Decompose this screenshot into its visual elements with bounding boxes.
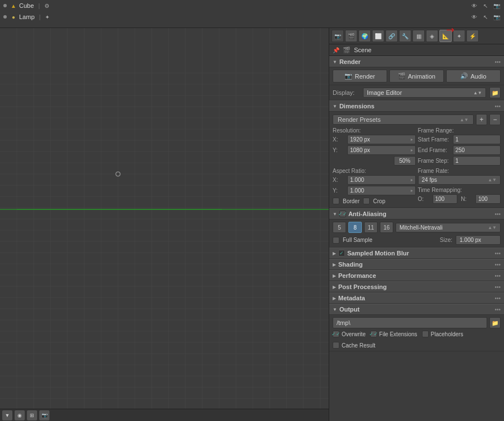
audio-button[interactable]: 🔊 Audio <box>446 70 501 83</box>
grid-svg <box>0 28 329 421</box>
dims-two-col: Resolution: X: 1920 px ▸ Y: 1080 px <box>333 127 501 205</box>
tab-particles[interactable]: ✦ <box>453 30 465 42</box>
start-frame-input[interactable]: 1 <box>453 135 501 144</box>
frame-step-input[interactable]: 1 <box>453 156 501 166</box>
render-presets-dropdown[interactable]: Render Presets ▲▼ <box>333 115 474 125</box>
properties-panel: 📷 🎬 🌍 ⬜ 🔗 🔧 ▦ ◈ 📐 ✦ ⚡ ↗ 📌 🎬 Scene ▼ Re <box>329 28 504 421</box>
tab-constraints[interactable]: 🔗 <box>385 30 398 42</box>
tab-scene[interactable]: 🎬 <box>345 30 357 42</box>
dimensions-section-dots: ••• <box>494 103 501 109</box>
frame-rate-dropdown[interactable]: 24 fps ▲▼ <box>418 175 501 185</box>
crop-checkbox[interactable] <box>363 198 370 204</box>
asp-x-input[interactable]: 1.000 ▸ <box>347 175 416 185</box>
viewport-shading-icon[interactable]: ◉ <box>15 410 25 420</box>
viewport-overlay-icon[interactable]: ⊞ <box>27 410 37 420</box>
shading-section[interactable]: ▶ Shading ••• <box>329 259 504 270</box>
tab-object[interactable]: ⬜ <box>372 30 384 42</box>
output-section-header[interactable]: ▼ Output ••• <box>329 304 504 315</box>
size-value: 1.000 px <box>460 237 481 243</box>
motion-blur-title: Sampled Motion Blur <box>347 250 409 257</box>
res-y-input[interactable]: 1080 px ▸ <box>347 145 416 155</box>
tab-texture[interactable]: 📐 <box>439 30 452 42</box>
scene-icon: 🎬 <box>343 46 351 54</box>
aa-sample-5[interactable]: 5 <box>333 222 346 233</box>
post-processing-title: Post Processing <box>338 283 387 290</box>
post-processing-section[interactable]: ▶ Post Processing ••• <box>329 281 504 292</box>
tab-material[interactable]: ◈ <box>426 30 438 42</box>
aa-sample-11[interactable]: 11 <box>364 222 378 233</box>
motion-blur-section[interactable]: ▶ ✓ Sampled Motion Blur ••• <box>329 248 504 259</box>
shading-title: Shading <box>338 261 362 268</box>
output-section-dots: ••• <box>494 306 501 313</box>
cube-row: ▲ Cube | ⚙ 👁 ↖ 📷 <box>0 0 504 11</box>
remap-o-input[interactable]: 100 <box>433 194 458 204</box>
remap-n-input[interactable]: 100 <box>475 194 501 204</box>
metadata-section[interactable]: ▶ Metadata ••• <box>329 292 504 304</box>
file-extensions-checkbox[interactable]: ✓ <box>370 331 377 337</box>
start-frame-value: 1 <box>456 136 459 143</box>
asp-x-label: X: <box>333 177 346 183</box>
render-section-header[interactable]: ▼ Render ••• <box>329 56 504 67</box>
output-folder-btn[interactable]: 📁 <box>489 317 501 328</box>
remap-n-label: N: <box>461 196 474 202</box>
3d-viewport[interactable]: ▼ ◉ ⊞ 📷 <box>0 28 329 421</box>
output-triangle: ▼ <box>333 307 337 312</box>
placeholders-checkbox[interactable] <box>422 331 429 337</box>
tab-modifiers[interactable]: 🔧 <box>399 30 411 42</box>
output-path-input[interactable] <box>333 317 487 328</box>
border-checkbox[interactable] <box>333 198 339 204</box>
render-presets-row: Render Presets ▲▼ + − <box>333 114 501 125</box>
panel-content: ▼ Render ••• 📷 Render 🎬 Animation 🔊 Audi… <box>329 56 504 421</box>
aa-section-header[interactable]: ▼ ✓ Anti-Aliasing ••• <box>329 208 504 219</box>
camera-icon-cube[interactable]: 📷 <box>493 2 501 10</box>
motion-blur-checkbox[interactable]: ✓ <box>338 250 345 257</box>
eye-icon-cube[interactable]: 👁 <box>470 2 478 10</box>
res-x-row: X: 1920 px ▸ <box>333 135 416 144</box>
end-frame-input[interactable]: 250 <box>453 145 501 155</box>
remove-preset-btn[interactable]: − <box>489 114 501 125</box>
full-sample-checkbox[interactable] <box>333 237 339 244</box>
camera-icon-lamp[interactable]: 📷 <box>493 13 501 21</box>
overwrite-checkbox[interactable]: ✓ <box>333 331 339 337</box>
lamp-extra-icon: ✦ <box>45 14 49 20</box>
aa-sample-16[interactable]: 16 <box>380 222 393 233</box>
frame-step-row: Frame Step: 1 <box>418 156 501 166</box>
animation-button[interactable]: 🎬 Animation <box>389 70 444 83</box>
aa-filter-dropdown[interactable]: Mitchell-Netravali ▲▼ <box>396 223 501 232</box>
tab-render[interactable]: 📷 <box>332 30 344 42</box>
cursor-icon-cube[interactable]: ↖ <box>482 2 489 10</box>
cache-result-checkbox[interactable] <box>333 342 339 349</box>
asp-y-input[interactable]: 1.000 ▸ <box>347 186 416 195</box>
performance-section[interactable]: ▶ Performance ••• <box>329 270 504 281</box>
size-input[interactable]: 1.000 px <box>456 235 501 245</box>
res-percent-btn[interactable]: 50% <box>394 156 415 166</box>
tab-world[interactable]: 🌍 <box>358 30 371 42</box>
aa-sample-8[interactable]: 8 <box>348 222 362 233</box>
display-dropdown[interactable]: Image Editor ▲▼ <box>363 88 486 98</box>
tab-physics[interactable]: ⚡ <box>466 30 479 42</box>
viewport-mode-icon[interactable]: ▼ <box>2 410 12 420</box>
add-preset-btn[interactable]: + <box>476 114 487 125</box>
viewport-camera-icon[interactable]: 📷 <box>39 410 49 420</box>
display-folder-btn[interactable]: 📁 <box>489 87 501 98</box>
aa-enable-checkbox[interactable]: ✓ <box>339 210 346 217</box>
cache-result-label: Cache Result <box>342 342 375 349</box>
time-remap-section-label: Time Remapping: <box>418 187 501 193</box>
separator2: | <box>39 13 41 20</box>
render-button[interactable]: 📷 Render <box>333 70 387 83</box>
cursor-icon-lamp[interactable]: ↖ <box>482 13 489 21</box>
placeholders-item: Placeholders <box>422 331 464 337</box>
tab-data[interactable]: ▦ <box>412 30 425 42</box>
cache-result-item: Cache Result <box>333 342 375 349</box>
dimensions-content: Render Presets ▲▼ + − Resolution: X: <box>329 112 504 208</box>
overwrite-item: ✓ Overwrite <box>333 331 366 337</box>
resolution-label: Resolution: <box>333 127 416 134</box>
svg-rect-0 <box>0 28 329 421</box>
metadata-triangle: ▶ <box>333 296 336 301</box>
lamp-row: ● Lamp | ✦ 👁 ↖ 📷 <box>0 11 504 22</box>
properties-tabs: 📷 🎬 🌍 ⬜ 🔗 🔧 ▦ ◈ 📐 ✦ ⚡ ↗ <box>329 28 504 44</box>
dimensions-section-header[interactable]: ▼ Dimensions ••• <box>329 100 504 112</box>
pin-icon: 📌 <box>333 47 339 53</box>
res-x-input[interactable]: 1920 px ▸ <box>347 135 416 144</box>
eye-icon-lamp[interactable]: 👁 <box>470 13 478 21</box>
